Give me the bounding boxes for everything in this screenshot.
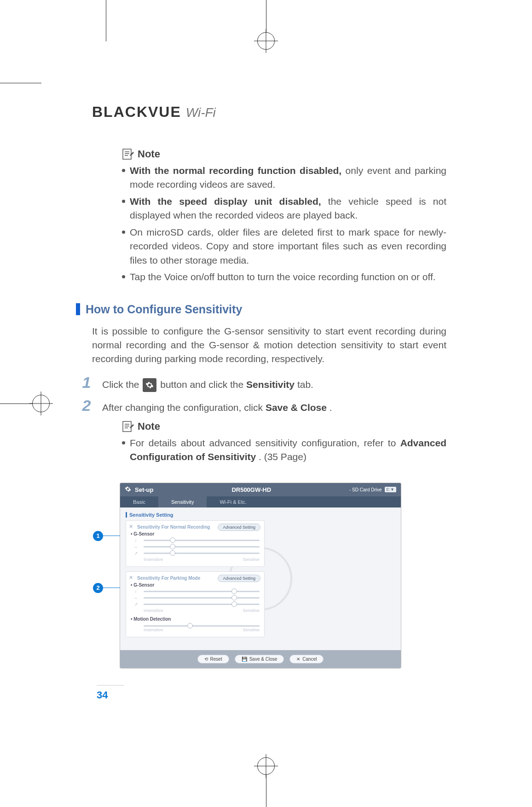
callout-badge: 1 bbox=[93, 531, 103, 541]
tab-sensitivity[interactable]: Sensitivity bbox=[158, 496, 207, 507]
note-block-2: Note For details about advanced sensitiv… bbox=[122, 421, 446, 464]
brand-main: BLACKVUE bbox=[92, 104, 181, 121]
axis-icon: ↗ bbox=[131, 551, 141, 556]
motion-slider[interactable] bbox=[144, 625, 260, 627]
brand-header: BLACKVUE Wi-Fi bbox=[92, 104, 446, 121]
setup-tabs: Basic Sensitivity Wi-Fi & Etc. bbox=[120, 496, 401, 507]
axis-icon: ↕ bbox=[131, 538, 141, 543]
setup-window: Set-up DR500GW-HD - SD Card Drive E:▼ Ba… bbox=[120, 483, 401, 669]
cancel-button[interactable]: ✕Cancel bbox=[289, 655, 324, 663]
gsensor-slider-x[interactable] bbox=[144, 597, 260, 599]
gsensor-slider-y[interactable] bbox=[144, 604, 260, 605]
crop-mark-top bbox=[257, 0, 275, 50]
save-close-button[interactable]: 💾Save & Close bbox=[235, 655, 284, 663]
callout-1: 1 bbox=[93, 531, 123, 541]
tab-basic[interactable]: Basic bbox=[120, 496, 158, 507]
svg-rect-4 bbox=[123, 421, 131, 432]
tab-wifi[interactable]: Wi-Fi & Etc. bbox=[207, 496, 259, 507]
model-label: DR500GW-HD bbox=[231, 486, 271, 493]
setup-title: Set-up bbox=[135, 486, 153, 493]
reset-button[interactable]: ⟲Reset bbox=[197, 655, 229, 663]
gsensor-slider-y[interactable] bbox=[144, 553, 260, 554]
close-icon: ✕ bbox=[296, 657, 300, 662]
callout-badge: 2 bbox=[93, 583, 103, 593]
gear-icon bbox=[125, 486, 131, 494]
group-parking-mode: ✕ Sensitivity For Parking Mode Advanced … bbox=[126, 571, 265, 637]
brand-sub: Wi-Fi bbox=[186, 105, 216, 120]
note-heading: Note bbox=[138, 421, 160, 432]
gsensor-slider-x[interactable] bbox=[144, 546, 260, 548]
page-number: 34 bbox=[97, 685, 124, 701]
sd-drive-select[interactable]: E:▼ bbox=[385, 487, 396, 492]
page-content: BLACKVUE Wi-Fi Note With the normal reco… bbox=[92, 104, 446, 669]
step-2: 2 After changing the configuration, clic… bbox=[78, 398, 446, 415]
setup-titlebar: Set-up DR500GW-HD - SD Card Drive E:▼ bbox=[120, 483, 401, 496]
note1-item: With the speed display unit disabled, th… bbox=[122, 195, 446, 223]
motion-label: • Motion Detection bbox=[131, 617, 260, 622]
advanced-setting-button[interactable]: Advanced Setting bbox=[218, 575, 260, 582]
axis-icon: ↕ bbox=[131, 589, 141, 594]
gsensor-label: • G-Sensor bbox=[131, 582, 260, 588]
gsensor-label: • G-Sensor bbox=[131, 531, 260, 536]
note2-item: For details about advanced sensitivity c… bbox=[122, 436, 446, 464]
intro-paragraph: It is possible to configure the G-sensor… bbox=[92, 324, 446, 366]
note-block-1: Note With the normal recording function … bbox=[122, 148, 446, 284]
advanced-setting-button[interactable]: Advanced Setting bbox=[218, 524, 260, 531]
section-bar-icon bbox=[76, 303, 80, 315]
note1-item: Tap the Voice on/off button to turn the … bbox=[122, 270, 446, 284]
gear-icon bbox=[143, 378, 156, 392]
step-number: 2 bbox=[78, 398, 95, 415]
gsensor-slider-z[interactable] bbox=[144, 540, 260, 541]
sensitivity-section-label: Sensitivity Setting bbox=[126, 512, 395, 518]
crop-corner-h bbox=[0, 83, 41, 83]
crop-mark-bottom bbox=[257, 757, 275, 807]
setup-footer: ⟲Reset 💾Save & Close ✕Cancel bbox=[120, 650, 401, 668]
sd-drive-label: - SD Card Drive bbox=[349, 487, 382, 492]
note1-item: With the normal recording function disab… bbox=[122, 164, 446, 192]
svg-rect-0 bbox=[123, 149, 131, 159]
crop-mark-left bbox=[0, 395, 50, 412]
screenshot-wrap: 1 2 Set-up DR500GW-HD - SD Card Driv bbox=[120, 483, 446, 669]
axis-icon: ↔ bbox=[131, 544, 141, 549]
axis-icon: ↗ bbox=[131, 602, 141, 607]
crop-corner-v bbox=[106, 0, 106, 41]
step-1: 1 Click the button and click the Sensiti… bbox=[78, 375, 446, 392]
group-normal-recording: ✕ Sensitivity For Normal Recording Advan… bbox=[126, 520, 265, 567]
step-number: 1 bbox=[78, 375, 95, 392]
note-icon bbox=[122, 148, 134, 160]
save-icon: 💾 bbox=[242, 657, 247, 662]
gsensor-slider-z[interactable] bbox=[144, 591, 260, 592]
section-title: How to Configure Sensitivity bbox=[86, 303, 242, 316]
manual-page: BLACKVUE Wi-Fi Note With the normal reco… bbox=[0, 0, 532, 807]
note-heading: Note bbox=[138, 148, 160, 160]
callout-2: 2 bbox=[93, 583, 123, 593]
axis-icon: ↔ bbox=[131, 595, 141, 600]
reset-icon: ⟲ bbox=[204, 657, 208, 662]
section-heading: How to Configure Sensitivity bbox=[76, 303, 446, 316]
note1-item: On microSD cards, older files are delete… bbox=[122, 225, 446, 267]
note-icon bbox=[122, 421, 134, 432]
